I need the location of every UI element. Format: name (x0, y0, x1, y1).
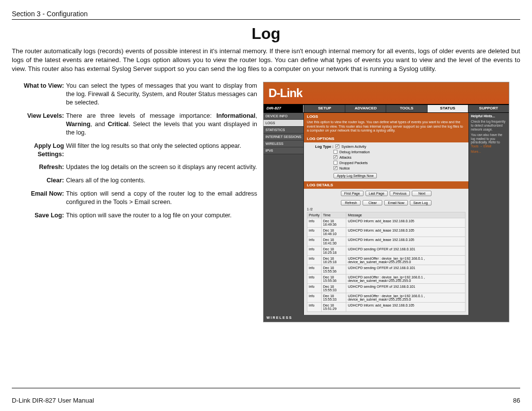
log-type-option: Notice (339, 166, 350, 171)
log-type-option: System Activity (341, 144, 366, 149)
definition-desc: You can select the types of messages tha… (66, 82, 257, 107)
log-type-option: Dropped Packets (339, 161, 368, 165)
router-navbar: DIR-827 SETUPADVANCEDTOOLSSTATUSSUPPORT (264, 105, 509, 113)
log-type-checkbox[interactable] (335, 144, 339, 148)
sidenav-item[interactable]: LOGS (264, 120, 303, 127)
sidenav-item[interactable]: IPV6 (264, 147, 303, 154)
log-cell: info (307, 218, 322, 227)
definitions-list: What to View:You can select the types of… (12, 82, 257, 219)
tab-tools[interactable]: TOOLS (386, 105, 427, 112)
tab-setup[interactable]: SETUP (304, 105, 345, 112)
hints-p1: Check the log frequently to detect unaut… (471, 120, 507, 131)
log-type-checkbox[interactable] (333, 166, 337, 170)
table-row: infoDec 18 16:49:36UDHCPD Inform: add_le… (307, 218, 466, 227)
log-cell: UDHCPD sendOffer : device_lan_ip=192.168… (346, 274, 466, 283)
log-cell: Dec 18 15:55:33 (321, 283, 346, 293)
definition-desc: This option will send a copy of the rout… (66, 190, 257, 206)
log-details-title: LOG DETAILS (304, 181, 468, 189)
bottom-rule (12, 388, 520, 388)
log-cell: UDHCPD Inform: add_lease 192.168.0.105 (346, 237, 466, 246)
hints-title: Helpful Hints... (471, 114, 507, 118)
log-cell: info (307, 246, 322, 255)
log-cell: UDHCPD Inform: add_lease 192.168.0.105 (346, 227, 466, 237)
log-cell: Dec 18 16:49:36 (321, 218, 346, 227)
log-type-checkbox[interactable] (333, 150, 337, 154)
definition-term: Save Log: (12, 211, 66, 220)
tab-advanced[interactable]: ADVANCED (345, 105, 386, 112)
definition-term: Apply Log Settings: (12, 142, 66, 159)
router-banner: D-Link (264, 82, 509, 105)
sidenav-item[interactable]: WIRELESS (264, 140, 303, 147)
log-refresh-button[interactable]: Refresh (341, 200, 361, 206)
definition-desc: Updates the log details on the screen so… (66, 163, 257, 171)
log-cell: info (307, 302, 322, 311)
definition-term: Email Now: (12, 190, 66, 206)
log-cell: info (307, 293, 322, 302)
log-options-panel: Log Type :System ActivityDebug Informati… (304, 142, 468, 181)
table-row: infoDec 18 16:25:18UDHCPD sending OFFER … (307, 246, 466, 255)
log-type-checkbox[interactable] (333, 161, 337, 165)
brand-logo: D-Link (268, 86, 302, 100)
log-last-page-button[interactable]: Last Page (366, 191, 388, 196)
log-table: PriorityTimeMessageinfoDec 18 16:49:36UD… (307, 212, 466, 312)
model-label: DIR-827 (264, 105, 304, 112)
apply-log-settings-button[interactable]: Apply Log Settings Now (333, 173, 377, 178)
table-row: infoDec 18 15:51:29UDHCPD Inform: add_le… (307, 302, 466, 311)
log-cell: Dec 18 15:55:36 (321, 265, 346, 274)
tab-status[interactable]: STATUS (427, 105, 468, 112)
log-col-header: Time (321, 212, 346, 218)
definition-desc: Will filter the log results so that only… (66, 142, 257, 159)
log-cell: UDHCPD Inform: add_lease 192.168.0.105 (346, 218, 466, 227)
log-first-page-button[interactable]: First Page (341, 191, 364, 196)
log-save-log-button[interactable]: Save Log (410, 200, 432, 206)
log-col-header: Priority (307, 212, 322, 218)
log-cell: UDHCPD Inform: add_lease 192.168.0.105 (346, 302, 466, 311)
log-cell: Dec 18 16:41:30 (321, 237, 346, 246)
table-row: infoDec 18 16:46:10UDHCPD Inform: add_le… (307, 227, 466, 237)
page-indicator: 1 /2 (304, 207, 468, 212)
router-main-panel: LOGS Use this option to view the router … (304, 113, 468, 314)
definition-desc: This option will save the router to a lo… (66, 211, 257, 220)
hints-more-link[interactable]: More... (471, 150, 507, 154)
log-next-button[interactable]: Next (412, 191, 432, 196)
definition-term: Clear: (12, 176, 66, 185)
sidenav-item[interactable]: INTERNET SESSIONS (264, 134, 303, 140)
log-type-checkbox[interactable] (333, 155, 337, 159)
table-row: infoDec 18 16:41:30UDHCPD Inform: add_le… (307, 237, 466, 246)
log-email-now-button[interactable]: Email Now (384, 200, 407, 206)
log-cell: Dec 18 16:25:18 (321, 246, 346, 255)
log-cell: info (307, 227, 322, 237)
log-clear-button[interactable]: Clear (363, 200, 382, 206)
table-row: infoDec 18 15:55:33UDHCPD sendOffer : de… (307, 293, 466, 302)
page-title: Log (12, 25, 520, 43)
log-cell: UDHCPD sendOffer : device_lan_ip=192.168… (346, 293, 466, 302)
logs-title: LOGS (304, 113, 468, 120)
helpful-hints-panel: Helpful Hints... Check the log frequentl… (468, 113, 509, 314)
log-col-header: Message (346, 212, 466, 218)
log-cell: info (307, 265, 322, 274)
log-type-option: Attacks (339, 155, 352, 160)
log-cell: UDHCPD sending OFFER of 192.168.0.101 (346, 265, 466, 274)
table-row: infoDec 18 15:55:36UDHCPD sendOffer : de… (307, 274, 466, 283)
table-row: infoDec 18 15:55:36UDHCPD sending OFFER … (307, 265, 466, 274)
definition-term: View Levels: (12, 112, 66, 137)
sidenav-item[interactable]: DEVICE INFO (264, 113, 303, 120)
log-cell: UDHCPD sending OFFER of 192.168.0.101 (346, 246, 466, 255)
log-cell: Dec 18 15:55:36 (321, 274, 346, 283)
hints-email-link[interactable]: Tools → EMail (471, 144, 492, 148)
router-screenshot: D-Link DIR-827 SETUPADVANCEDTOOLSSTATUSS… (263, 82, 509, 322)
log-previous-button[interactable]: Previous (390, 191, 410, 196)
definition-term: What to View: (12, 82, 66, 107)
log-cell: Dec 18 16:46:10 (321, 227, 346, 237)
section-header: Section 3 - Configuration (12, 10, 520, 18)
intro-paragraph: The router automatically logs (records) … (12, 47, 520, 73)
router-sidenav: DEVICE INFOLOGSSTATISTICSINTERNET SESSIO… (264, 113, 304, 314)
sidenav-item[interactable]: STATISTICS (264, 127, 303, 134)
tab-support[interactable]: SUPPORT (468, 105, 509, 112)
log-options-title: LOG OPTIONS (304, 135, 468, 142)
log-cell: info (307, 255, 322, 265)
definition-term: Refresh: (12, 163, 66, 171)
definition-desc: Clears all of the log contents. (66, 176, 257, 185)
log-type-option: Debug Information (339, 150, 370, 154)
log-details-panel: First PageLast PagePreviousNext RefreshC… (304, 189, 468, 315)
